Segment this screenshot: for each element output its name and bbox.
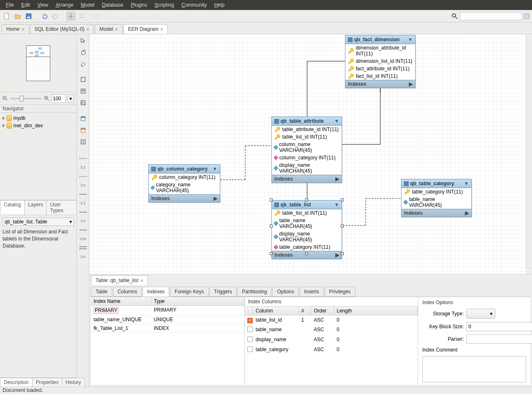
entity-qb-column-category[interactable]: qb_column_category▼ 🔑column_category INT… [148, 164, 220, 203]
zoom-dropdown[interactable]: ▾ [67, 94, 74, 103]
tab-description[interactable]: Description [0, 378, 32, 387]
zoom-out-icon[interactable] [2, 96, 8, 102]
column-icon [273, 235, 278, 239]
index-row[interactable]: table_name_UNIQUEUNIQUE [91, 315, 244, 324]
index-column-row[interactable]: table_categoryASC0 [245, 345, 418, 355]
zoom-input[interactable] [52, 94, 66, 103]
tab-catalog[interactable]: Catalog [0, 200, 25, 215]
index-column-row[interactable]: table_list_id1ASC0 [245, 315, 418, 325]
svg-point-9 [83, 17, 84, 18]
rel-1-1-tool-icon[interactable] [79, 154, 88, 163]
menu-model[interactable]: Model [78, 1, 98, 9]
tab-layers[interactable]: Layers [24, 200, 47, 215]
menu-plugins[interactable]: Plugins [128, 1, 150, 9]
tab-table-editor[interactable]: Table: qb_table_list✕ [91, 275, 148, 285]
grid-snap-icon[interactable] [77, 12, 86, 21]
resize-handle[interactable] [270, 198, 273, 201]
tree-item-mydb[interactable]: mydb [2, 114, 74, 122]
entity-qb-table-category[interactable]: qb_table_category▼ 🔑table_category INT(1… [401, 179, 472, 217]
menu-arrange[interactable]: Arrange [52, 1, 77, 9]
index-comment-input[interactable] [422, 356, 526, 382]
eer-canvas[interactable]: qb_fact_dimension▼ 🔑dimension_attribute_… [89, 34, 526, 274]
menu-view[interactable]: View [34, 1, 52, 9]
index-row[interactable]: fk_Table_List_1INDEX [91, 324, 244, 333]
new-file-icon[interactable] [2, 12, 12, 21]
menu-help[interactable]: Help [211, 1, 228, 9]
tab-usertypes[interactable]: User Types [46, 200, 77, 215]
checkbox-icon[interactable] [247, 337, 253, 342]
grid-align-icon[interactable] [66, 12, 76, 21]
subtab-table[interactable]: Table [91, 287, 112, 297]
rel-1-1-id-tool-icon[interactable] [79, 190, 88, 199]
subtab-inserts[interactable]: Inserts [300, 287, 324, 297]
resize-handle[interactable] [341, 225, 344, 228]
eraser-tool-icon[interactable] [79, 59, 88, 68]
pointer-tool-icon[interactable] [79, 36, 88, 45]
redo-icon[interactable] [51, 12, 60, 21]
subtab-options[interactable]: Options [272, 287, 298, 297]
menu-edit[interactable]: Edit [18, 1, 33, 9]
subtab-triggers[interactable]: Triggers [209, 287, 237, 297]
resize-handle[interactable] [270, 252, 273, 255]
search-option-icon[interactable] [524, 13, 530, 19]
rel-n-m-tool-icon[interactable] [79, 225, 88, 235]
key-block-size-input[interactable] [466, 322, 532, 331]
view-tool-icon[interactable] [79, 126, 88, 135]
resize-handle[interactable] [341, 252, 344, 255]
table-tool-icon[interactable] [79, 114, 88, 123]
checkbox-icon[interactable] [247, 347, 253, 352]
tab-model[interactable]: Model✕ [95, 24, 123, 34]
object-combo[interactable]: qb_table_list: Table▾ [2, 218, 74, 226]
checkbox-icon[interactable] [247, 318, 253, 323]
index-column-row[interactable]: table_nameASC0 [245, 325, 418, 335]
unknown-icon[interactable] [93, 12, 102, 21]
checkbox-icon[interactable] [247, 327, 253, 332]
rel-1-n-tool-icon[interactable] [79, 172, 88, 181]
navigator-preview[interactable] [0, 34, 76, 92]
layer-tool-icon[interactable] [79, 75, 88, 84]
image-tool-icon[interactable] [79, 98, 88, 107]
resize-handle[interactable] [341, 198, 344, 201]
zoom-in-icon[interactable] [44, 96, 50, 102]
tab-sqleditor[interactable]: SQL Editor (MySQL-0)✕ [30, 24, 94, 34]
search-input[interactable] [460, 12, 522, 20]
subtab-indexes[interactable]: Indexes [143, 287, 169, 297]
catalog-tree[interactable]: mydb mei_dim_dev [0, 113, 76, 200]
menu-file[interactable]: File [2, 1, 17, 9]
save-icon[interactable] [24, 12, 33, 21]
subtab-privileges[interactable]: Privileges [325, 287, 355, 297]
entity-qb-fact-dimension[interactable]: qb_fact_dimension▼ 🔑dimension_attribute_… [345, 35, 416, 88]
storage-type-select[interactable]: ▾ [466, 309, 495, 319]
tab-properties[interactable]: Properties [32, 378, 62, 387]
tree-item-meidimdev[interactable]: mei_dim_dev [2, 122, 74, 129]
tab-home[interactable]: Home✕ [2, 24, 29, 34]
open-file-icon[interactable] [13, 12, 22, 21]
menu-scripting[interactable]: Scripting [151, 1, 177, 9]
zoom-slider[interactable] [10, 98, 42, 99]
subtab-foreignkeys[interactable]: Foreign Keys [170, 287, 209, 297]
vertical-scrollbar[interactable] [526, 34, 532, 274]
tab-eer-diagram[interactable]: EER Diagram✕ [123, 24, 168, 34]
resize-handle[interactable] [305, 252, 308, 255]
svg-point-7 [83, 14, 84, 15]
routine-tool-icon[interactable] [79, 137, 88, 146]
resize-handle[interactable] [305, 198, 308, 201]
rel-1-n-id-tool-icon[interactable] [79, 208, 88, 217]
search-icon[interactable] [451, 13, 458, 20]
column-icon [273, 145, 278, 150]
rel-existing-tool-icon[interactable] [79, 243, 88, 253]
entity-qb-table-attribute[interactable]: qb_table_attribute▼ 🔑table_attribute_id … [271, 116, 342, 183]
index-row[interactable]: PRIMARYPRIMARY [91, 306, 244, 315]
parser-input[interactable] [466, 335, 532, 344]
index-column-row[interactable]: display_nameASC0 [245, 335, 418, 345]
menu-community[interactable]: Community [178, 1, 210, 9]
note-tool-icon[interactable] [79, 87, 88, 96]
hand-tool-icon[interactable] [79, 47, 88, 57]
index-list[interactable]: Index NameType PRIMARYPRIMARY table_name… [91, 297, 245, 385]
subtab-partitioning[interactable]: Partitioning [237, 287, 271, 297]
resize-handle[interactable] [270, 225, 273, 228]
undo-icon[interactable] [40, 12, 49, 21]
subtab-columns[interactable]: Columns [113, 287, 142, 297]
entity-qb-table-list[interactable]: qb_table_list▼ 🔑table_list_id INT(11) ta… [271, 200, 342, 259]
menu-database[interactable]: Database [99, 1, 126, 9]
